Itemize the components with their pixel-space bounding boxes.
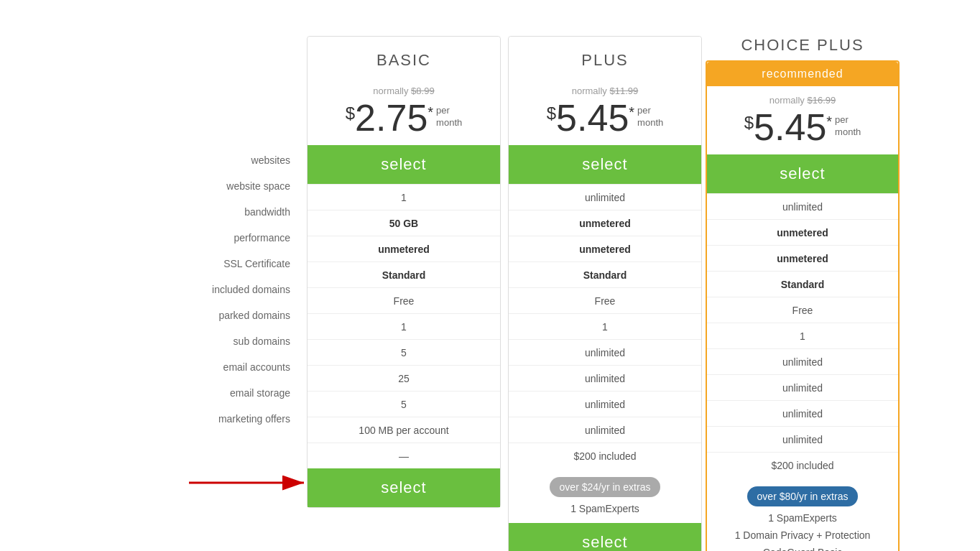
label-sub-domains: sub domains: [80, 328, 296, 354]
plus-website-space: unmetered: [509, 210, 701, 236]
choice-bandwidth: unmetered: [707, 245, 898, 271]
label-performance: performance: [80, 225, 296, 251]
plus-select-bottom[interactable]: select: [509, 523, 701, 551]
plus-amount: 5.45: [556, 99, 629, 136]
plan-choice-plus: recommended normally $16.99 $ 5.45 * per…: [706, 60, 900, 551]
basic-title: BASIC: [308, 44, 500, 73]
choice-marketing: $200 included: [707, 452, 898, 478]
basic-dollar: $: [346, 105, 355, 122]
label-email-storage: email storage: [80, 380, 296, 406]
choice-features: unlimited unmetered unmetered Standard F…: [707, 193, 898, 478]
choice-parked-domains: unlimited: [707, 348, 898, 374]
plus-bandwidth: unmetered: [509, 236, 701, 261]
choice-extras-section: over $80/yr in extras 1 SpamExperts 1 Do…: [707, 478, 898, 551]
label-email-accounts: email accounts: [80, 354, 296, 380]
basic-normally: normally $8.99: [308, 85, 500, 96]
plus-normally: normally $11.99: [509, 85, 701, 96]
choice-plus-title-above: CHOICE PLUS: [741, 36, 864, 60]
plus-performance: Standard: [509, 261, 701, 287]
choice-extra-3: CodeGuard Basic: [714, 544, 891, 551]
choice-amount: 5.45: [754, 108, 826, 146]
basic-email-storage: 100 MB per account: [308, 417, 500, 443]
label-websites: websites: [80, 147, 296, 173]
basic-price-section: normally $8.99 $ 2.75 * permonth: [308, 77, 500, 145]
plus-select-top[interactable]: select: [509, 145, 701, 184]
basic-amount: 2.75: [355, 99, 427, 136]
basic-per-month: permonth: [436, 105, 462, 129]
plus-parked-domains: unlimited: [509, 339, 701, 365]
plan-basic: BASIC normally $8.99 $ 2.75 * permonth s…: [307, 36, 501, 508]
plus-marketing: $200 included: [509, 443, 701, 468]
plan-plus: PLUS normally $11.99 $ 5.45 * permonth s…: [508, 36, 702, 551]
basic-email-accounts: 5: [308, 391, 500, 417]
plus-features: unlimited unmetered unmetered Standard F…: [509, 184, 701, 468]
choice-performance: Standard: [707, 271, 898, 297]
basic-header: BASIC: [308, 37, 500, 77]
basic-bandwidth: unmetered: [308, 236, 500, 261]
choice-per-month: permonth: [835, 114, 861, 139]
arrow-container: [175, 463, 318, 505]
choice-normally: normally $16.99: [707, 95, 898, 106]
choice-asterisk: *: [826, 114, 832, 129]
choice-plus-wrapper: CHOICE PLUS recommended normally $16.99 …: [706, 36, 900, 551]
plus-sub-domains: unlimited: [509, 365, 701, 391]
plus-dollar: $: [547, 105, 556, 122]
label-website-space: website space: [80, 173, 296, 199]
basic-sub-domains: 25: [308, 365, 500, 391]
choice-select-top[interactable]: select: [707, 154, 898, 193]
plus-asterisk: *: [629, 105, 634, 119]
choice-price-section: normally $16.99 $ 5.45 * permonth: [707, 86, 898, 154]
basic-ssl: Free: [308, 287, 500, 313]
choice-sub-domains: unlimited: [707, 374, 898, 400]
plus-included-domains: 1: [509, 313, 701, 339]
arrow-svg: [175, 463, 318, 502]
basic-features: 1 50 GB unmetered Standard Free 1 5 25 5…: [308, 184, 500, 468]
basic-select-top[interactable]: select: [308, 145, 500, 184]
choice-included-domains: 1: [707, 323, 898, 348]
plus-price-section: normally $11.99 $ 5.45 * permonth: [509, 77, 701, 145]
basic-select-bottom[interactable]: select: [308, 468, 500, 507]
basic-included-domains: 1: [308, 313, 500, 339]
plus-ssl: Free: [509, 287, 701, 313]
plus-extras-badge: over $24/yr in extras: [550, 477, 661, 497]
choice-website-space: unmetered: [707, 219, 898, 245]
label-marketing-offers: marketing offers: [80, 406, 296, 432]
basic-performance: Standard: [308, 261, 500, 287]
basic-asterisk: *: [427, 105, 433, 119]
basic-main-price: $ 2.75 * permonth: [308, 99, 500, 136]
plus-original-price: $11.99: [609, 85, 638, 96]
plus-header: PLUS: [509, 37, 701, 77]
choice-email-accounts: unlimited: [707, 400, 898, 426]
choice-extra-2: 1 Domain Privacy + Protection: [714, 527, 891, 544]
plus-per-month: permonth: [637, 105, 663, 129]
choice-extra-1: 1 SpamExperts: [714, 509, 891, 527]
basic-websites: 1: [308, 184, 500, 210]
feature-labels: websites website space bandwidth perform…: [80, 36, 303, 432]
choice-websites: unlimited: [707, 193, 898, 219]
label-bandwidth: bandwidth: [80, 199, 296, 225]
plus-title: PLUS: [509, 44, 701, 73]
pricing-container: websites website space bandwidth perform…: [80, 36, 900, 551]
plus-email-accounts: unlimited: [509, 391, 701, 417]
basic-marketing: —: [308, 443, 500, 468]
basic-parked-domains: 5: [308, 339, 500, 365]
basic-original-price: $8.99: [411, 85, 435, 96]
basic-website-space: 50 GB: [308, 210, 500, 236]
choice-extras-badge: over $80/yr in extras: [747, 486, 859, 506]
plus-extra-1: 1 SpamExperts: [516, 500, 694, 517]
choice-main-price: $ 5.45 * permonth: [707, 108, 898, 146]
plus-main-price: $ 5.45 * permonth: [509, 99, 701, 136]
label-ssl: SSL Certificate: [80, 251, 296, 277]
plus-extras-section: over $24/yr in extras 1 SpamExperts: [509, 468, 701, 523]
choice-email-storage: unlimited: [707, 426, 898, 452]
recommended-badge: recommended: [707, 62, 898, 86]
plus-email-storage: unlimited: [509, 417, 701, 443]
label-parked-domains: parked domains: [80, 302, 296, 328]
choice-original-price: $16.99: [807, 95, 836, 106]
choice-dollar: $: [744, 114, 754, 131]
choice-ssl: Free: [707, 297, 898, 323]
label-included-domains: included domains: [80, 277, 296, 302]
plus-websites: unlimited: [509, 184, 701, 210]
